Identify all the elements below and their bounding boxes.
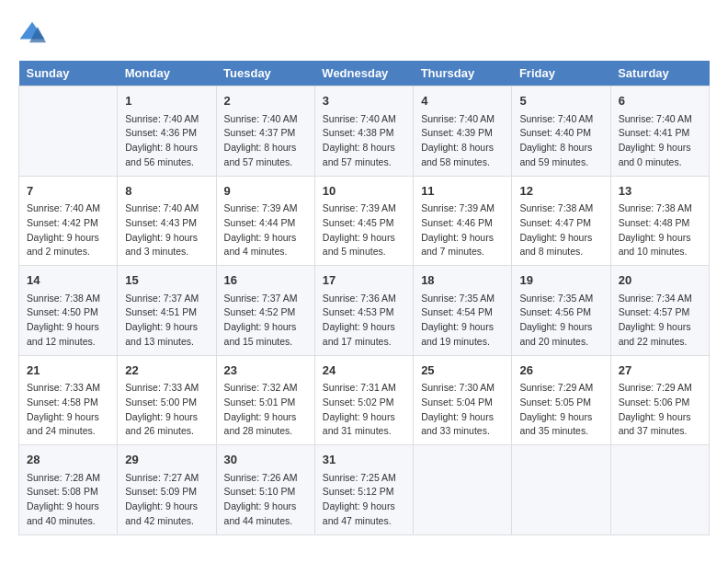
day-number: 22 [125,362,208,380]
day-cell: 22Sunrise: 7:33 AMSunset: 5:00 PMDayligh… [118,355,216,445]
day-number: 23 [224,362,307,380]
day-number: 31 [323,451,405,469]
day-number: 24 [323,362,405,380]
header-cell-saturday: Saturday [610,61,709,86]
logo [18,18,50,46]
week-row-0: 1Sunrise: 7:40 AMSunset: 4:36 PMDaylight… [19,86,710,177]
day-info: Sunrise: 7:33 AMSunset: 5:00 PMDaylight:… [125,381,208,439]
day-cell: 16Sunrise: 7:37 AMSunset: 4:52 PMDayligh… [216,266,314,356]
day-number: 29 [125,451,208,469]
day-number: 25 [421,362,504,380]
day-number: 30 [224,451,307,469]
day-cell: 17Sunrise: 7:36 AMSunset: 4:53 PMDayligh… [314,266,413,356]
day-info: Sunrise: 7:29 AMSunset: 5:06 PMDaylight:… [619,381,701,439]
day-cell: 8Sunrise: 7:40 AMSunset: 4:43 PMDaylight… [118,176,216,266]
day-cell: 5Sunrise: 7:40 AMSunset: 4:40 PMDaylight… [512,86,610,177]
day-info: Sunrise: 7:39 AMSunset: 4:46 PMDaylight:… [421,201,504,259]
day-cell: 30Sunrise: 7:26 AMSunset: 5:10 PMDayligh… [216,445,314,535]
day-cell: 23Sunrise: 7:32 AMSunset: 5:01 PMDayligh… [216,355,314,445]
day-info: Sunrise: 7:38 AMSunset: 4:50 PMDaylight:… [27,292,109,350]
day-number: 2 [224,92,307,110]
day-cell [512,445,610,535]
day-cell: 21Sunrise: 7:33 AMSunset: 4:58 PMDayligh… [19,355,118,445]
page-header [18,18,710,46]
day-number: 15 [125,271,208,290]
week-row-4: 28Sunrise: 7:28 AMSunset: 5:08 PMDayligh… [19,445,710,535]
header-cell-wednesday: Wednesday [314,61,413,86]
day-number: 8 [125,182,208,201]
day-info: Sunrise: 7:40 AMSunset: 4:38 PMDaylight:… [323,112,405,170]
day-info: Sunrise: 7:36 AMSunset: 4:53 PMDaylight:… [323,292,405,350]
day-number: 21 [27,362,109,380]
day-cell: 25Sunrise: 7:30 AMSunset: 5:04 PMDayligh… [414,355,512,445]
day-info: Sunrise: 7:34 AMSunset: 4:57 PMDaylight:… [619,292,701,350]
day-cell: 11Sunrise: 7:39 AMSunset: 4:46 PMDayligh… [414,176,512,266]
logo-icon [18,18,46,46]
week-row-3: 21Sunrise: 7:33 AMSunset: 4:58 PMDayligh… [19,355,710,445]
week-row-1: 7Sunrise: 7:40 AMSunset: 4:42 PMDaylight… [19,176,710,266]
day-info: Sunrise: 7:26 AMSunset: 5:10 PMDaylight:… [224,471,307,529]
week-row-2: 14Sunrise: 7:38 AMSunset: 4:50 PMDayligh… [19,266,710,356]
day-info: Sunrise: 7:32 AMSunset: 5:01 PMDaylight:… [224,381,307,439]
header-cell-thursday: Thursday [414,61,512,86]
day-cell: 3Sunrise: 7:40 AMSunset: 4:38 PMDaylight… [314,86,413,177]
calendar-table: SundayMondayTuesdayWednesdayThursdayFrid… [18,61,710,535]
day-cell: 9Sunrise: 7:39 AMSunset: 4:44 PMDaylight… [216,176,314,266]
day-info: Sunrise: 7:38 AMSunset: 4:47 PMDaylight:… [519,201,602,259]
day-number: 14 [27,271,109,290]
day-info: Sunrise: 7:39 AMSunset: 4:45 PMDaylight:… [323,201,405,259]
day-cell: 27Sunrise: 7:29 AMSunset: 5:06 PMDayligh… [610,355,709,445]
day-cell: 26Sunrise: 7:29 AMSunset: 5:05 PMDayligh… [512,355,610,445]
header-cell-sunday: Sunday [19,61,118,86]
day-cell [610,445,709,535]
day-number: 18 [421,271,504,290]
day-number: 1 [125,92,208,110]
day-cell: 6Sunrise: 7:40 AMSunset: 4:41 PMDaylight… [610,86,709,177]
day-number: 26 [519,362,602,380]
day-cell: 10Sunrise: 7:39 AMSunset: 4:45 PMDayligh… [314,176,413,266]
header-row: SundayMondayTuesdayWednesdayThursdayFrid… [19,61,710,86]
day-info: Sunrise: 7:37 AMSunset: 4:51 PMDaylight:… [125,292,208,350]
header-cell-friday: Friday [512,61,610,86]
day-number: 9 [224,182,307,201]
day-number: 27 [619,362,701,380]
day-cell: 2Sunrise: 7:40 AMSunset: 4:37 PMDaylight… [216,86,314,177]
day-info: Sunrise: 7:39 AMSunset: 4:44 PMDaylight:… [224,201,307,259]
day-number: 13 [619,182,701,201]
day-info: Sunrise: 7:40 AMSunset: 4:37 PMDaylight:… [224,112,307,170]
day-number: 5 [519,92,602,110]
day-info: Sunrise: 7:40 AMSunset: 4:36 PMDaylight:… [125,112,208,170]
day-cell: 28Sunrise: 7:28 AMSunset: 5:08 PMDayligh… [19,445,118,535]
day-cell: 7Sunrise: 7:40 AMSunset: 4:42 PMDaylight… [19,176,118,266]
day-number: 19 [519,271,602,290]
day-number: 6 [619,92,701,110]
day-info: Sunrise: 7:28 AMSunset: 5:08 PMDaylight:… [27,471,109,529]
day-info: Sunrise: 7:35 AMSunset: 4:54 PMDaylight:… [421,292,504,350]
header-cell-tuesday: Tuesday [216,61,314,86]
day-number: 28 [27,451,109,469]
day-info: Sunrise: 7:40 AMSunset: 4:43 PMDaylight:… [125,201,208,259]
day-info: Sunrise: 7:40 AMSunset: 4:42 PMDaylight:… [27,201,109,259]
header-cell-monday: Monday [118,61,216,86]
day-info: Sunrise: 7:40 AMSunset: 4:40 PMDaylight:… [519,112,602,170]
day-info: Sunrise: 7:33 AMSunset: 4:58 PMDaylight:… [27,381,109,439]
day-number: 20 [619,271,701,290]
day-cell: 12Sunrise: 7:38 AMSunset: 4:47 PMDayligh… [512,176,610,266]
day-info: Sunrise: 7:40 AMSunset: 4:41 PMDaylight:… [619,112,701,170]
day-info: Sunrise: 7:38 AMSunset: 4:48 PMDaylight:… [619,201,701,259]
day-number: 4 [421,92,504,110]
day-cell: 18Sunrise: 7:35 AMSunset: 4:54 PMDayligh… [414,266,512,356]
day-info: Sunrise: 7:30 AMSunset: 5:04 PMDaylight:… [421,381,504,439]
day-info: Sunrise: 7:29 AMSunset: 5:05 PMDaylight:… [519,381,602,439]
day-number: 16 [224,271,307,290]
day-cell: 29Sunrise: 7:27 AMSunset: 5:09 PMDayligh… [118,445,216,535]
day-number: 17 [323,271,405,290]
day-cell: 19Sunrise: 7:35 AMSunset: 4:56 PMDayligh… [512,266,610,356]
day-info: Sunrise: 7:35 AMSunset: 4:56 PMDaylight:… [519,292,602,350]
day-cell: 20Sunrise: 7:34 AMSunset: 4:57 PMDayligh… [610,266,709,356]
day-info: Sunrise: 7:31 AMSunset: 5:02 PMDaylight:… [323,381,405,439]
day-number: 3 [323,92,405,110]
day-cell: 1Sunrise: 7:40 AMSunset: 4:36 PMDaylight… [118,86,216,177]
day-cell [19,86,118,177]
day-cell: 31Sunrise: 7:25 AMSunset: 5:12 PMDayligh… [314,445,413,535]
